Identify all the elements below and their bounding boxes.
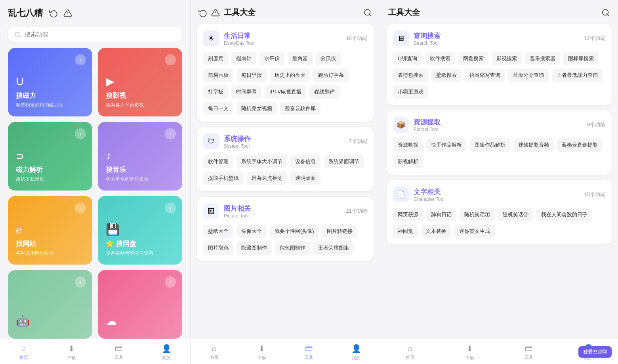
tag-ruan-jian-guan-li[interactable]: 软件管理: [203, 155, 233, 168]
tag-shi-jian-ping-mu[interactable]: 时间屏幕: [231, 85, 261, 99]
search-input[interactable]: [25, 31, 176, 38]
mid-nav-home[interactable]: ⌂ 首页: [191, 342, 238, 362]
tag-ping-mu-huai-dian[interactable]: 屏幕坏点检测: [247, 172, 287, 185]
tag-da-zi-ban[interactable]: 打字板: [203, 85, 228, 99]
right-section-icon-2: 📦: [393, 117, 409, 133]
card-souc-ci-li[interactable]: › U 搜磁力 精选稳定好用的磁力站: [8, 48, 92, 116]
right-section-header-3: 📄 文字相关 Character Tool 15个功能: [393, 187, 605, 202]
right-section-count-3: 15个功能: [584, 191, 605, 198]
tag-mi-ni-ying-wen-sheng-cheng[interactable]: 迷你英文生成: [454, 225, 495, 238]
tag-wang-zhe-tu-ji[interactable]: 王者荣耀图集: [313, 241, 354, 255]
right-nav-download[interactable]: ⬇ 下载: [440, 342, 499, 362]
tag-chun-se-tu[interactable]: 纯色图制作: [275, 241, 310, 255]
tag-zi-yuan-xiu-tan[interactable]: 资源嗅探: [393, 138, 423, 152]
mid-nav-tools[interactable]: 🗃 工具: [285, 342, 333, 362]
tag-ying-shi-jie-xi[interactable]: 影视解析: [393, 155, 423, 168]
tag-zai-xian-fan-yi[interactable]: 在线翻译: [309, 85, 340, 99]
tag-zi-ti-da-xiao[interactable]: 系统字体大小调节: [237, 155, 287, 168]
tag-tu-ji-jie-xi[interactable]: 图集作品解析: [470, 138, 510, 152]
card-ci-li-jie-xi[interactable]: › ⊃ 磁力解析 超快下载速度: [8, 122, 92, 191]
tag-mei-ri-zao-bao[interactable]: 每日早报: [237, 69, 267, 82]
card-sou-wang-pan[interactable]: › 💾 🌟 搜网盘 搜索各种考研学习资料: [98, 196, 182, 265]
mid-search-icon[interactable]: [363, 8, 372, 17]
right-download-icon: ⬇: [466, 344, 473, 353]
tag-lan-zou-ruan-jian-ku[interactable]: 蓝奏云软件库: [280, 102, 320, 115]
section-icon-3: 🖼: [203, 203, 219, 219]
card-title-4: 搜音乐: [106, 165, 174, 174]
right-nav-home[interactable]: ⌂ 首页: [380, 342, 440, 362]
mid-warning-icon[interactable]: [211, 8, 220, 17]
tag-pin-yin-suo-xie[interactable]: 拼音缩写查询: [465, 69, 505, 82]
mid-mine-icon: 👤: [351, 344, 361, 353]
left-nav-download[interactable]: ⬇ 下载: [48, 342, 95, 362]
tag-mei-ri-yi-wen[interactable]: 每日一文: [203, 102, 233, 115]
mid-nav-download[interactable]: ⬇ 下载: [238, 342, 286, 362]
tag-li-shi[interactable]: 历史上的今天: [270, 69, 310, 82]
tag-fen-bei-yi[interactable]: 分贝仪: [316, 52, 341, 65]
tag-liang-jiao-qi[interactable]: 量角器: [288, 52, 313, 65]
tag-iptv[interactable]: IPTV电视直播: [265, 85, 306, 99]
tag-ti-qu-bi-zhi[interactable]: 提取手机壁纸: [203, 172, 244, 185]
tag-tu-pian-zhuan-lian-jie[interactable]: 图片转链接: [322, 225, 357, 238]
tag-kuai-shou-jie-xi[interactable]: 快手作品解析: [426, 138, 467, 152]
tag-bi-zhi-sou-suo[interactable]: 壁纸搜索: [431, 69, 462, 82]
tag-zhi-nan-zhen[interactable]: 指南针: [231, 52, 256, 65]
section-subtitle-2: System Tool: [224, 143, 349, 149]
tag-tou-ming-zhuo-mian[interactable]: 透明桌面: [290, 172, 320, 185]
card-subtitle-4: 各大平台的音乐集合: [106, 176, 174, 183]
warning-icon[interactable]: [63, 9, 72, 17]
tag-tu-biao-ku-sou-suo[interactable]: 图标库搜索: [563, 52, 599, 65]
tag-sui-ji-xiao-hua-2[interactable]: 随机笑话②: [498, 208, 533, 221]
tag-wang-zhe-zhan-li[interactable]: 王者最低战力查询: [552, 69, 603, 82]
card-8[interactable]: › ☁: [98, 270, 182, 339]
left-nav-tools[interactable]: 🗃 工具: [95, 342, 143, 362]
tag-lan-zou-zhi-lian[interactable]: 蓝奏云直链提取: [557, 138, 603, 152]
tag-wen-ben-ti-huan[interactable]: 文本替换: [421, 225, 451, 238]
card-icon-8: ☁: [106, 314, 174, 328]
tag-shen-hui-fu[interactable]: 神回复: [393, 225, 418, 238]
tag-yin-cang-tu[interactable]: 隐藏图制作: [237, 241, 272, 255]
tag-ruan-jian-sou-suo[interactable]: 软件搜索: [425, 52, 455, 65]
mid-refresh-icon[interactable]: [198, 8, 207, 17]
tag-q-bang[interactable]: Q绑查询: [393, 52, 422, 65]
tag-tou-xiang-da-quan[interactable]: 头像大全: [237, 225, 267, 238]
search-bar[interactable]: [8, 27, 182, 42]
tag-ge-xing-wang[interactable]: 我要个性网(头像): [270, 225, 319, 238]
mid-nav-home-label: 首页: [210, 354, 219, 360]
tag-tian-gou-ri-ji[interactable]: 舔狗日记: [426, 208, 456, 221]
tag-la-ji-fen-lei[interactable]: 垃圾分类查询: [508, 69, 549, 82]
card-sou-ying-shi[interactable]: › ▶ 搜影视 搜索各大平台影视: [98, 48, 182, 116]
tag-tu-pian-qu-se[interactable]: 图片取色: [203, 241, 233, 255]
tag-ke-du-chi[interactable]: 刻度尺: [203, 52, 228, 65]
tag-yin-yue-sou-suo-qi[interactable]: 音乐搜索器: [525, 52, 560, 65]
right-search-icon[interactable]: [601, 8, 610, 17]
left-nav-mine[interactable]: 👤 我的: [143, 342, 190, 362]
right-section-text: 📄 文字相关 Character Tool 15个功能 网页获源 舔狗日记 随机…: [387, 180, 612, 244]
tag-xiao-ba-wang-you-xi[interactable]: 小霸王游戏: [393, 85, 428, 99]
tag-ren-jian-cou-shu[interactable]: 我在人间凑数的日子: [536, 208, 592, 221]
tag-shi-pin-ti-qu-yin-pin[interactable]: 视频提取音频: [513, 138, 554, 152]
card-7[interactable]: › 🤖: [8, 270, 92, 339]
tag-bi-zhi-da-quan[interactable]: 壁纸大全: [203, 225, 233, 238]
right-header: 工具大全: [380, 0, 618, 22]
tag-wang-ye-huo-yuan[interactable]: 网页获源: [393, 208, 423, 221]
tag-xi-tong-jie-mian[interactable]: 系统界面调节: [324, 155, 364, 168]
section-title-1: 生活日常: [224, 31, 346, 40]
mid-nav-mine[interactable]: 👤 我的: [333, 342, 380, 362]
card-zhao-wang-zhan[interactable]: › ℯ 找网站 各种实用网站集合: [8, 196, 92, 265]
right-title: 工具大全: [388, 7, 420, 18]
refresh-icon[interactable]: [49, 9, 58, 17]
tag-sui-ji-xiao-hua-1[interactable]: 随机笑话①: [460, 208, 495, 221]
svg-point-8: [603, 9, 608, 15]
right-nav-tools[interactable]: 🗃 工具: [499, 342, 559, 362]
tag-biao-qing-bao-sou-suo[interactable]: 表情包搜索: [393, 69, 428, 82]
tag-sui-ji-mei-nv[interactable]: 随机美女视频: [237, 102, 277, 115]
tag-ying-shi-sou-suo[interactable]: 影视搜索: [492, 52, 522, 65]
tag-shui-ping-yi[interactable]: 水平仪: [259, 52, 284, 65]
tag-wang-pan-sou-suo[interactable]: 网盘搜索: [458, 52, 488, 65]
tag-pao-ma-deng[interactable]: 跑马灯字幕: [313, 69, 349, 82]
left-nav-home[interactable]: ⌂ 首页: [0, 342, 48, 362]
card-sou-yin-yue[interactable]: › ♪ 搜音乐 各大平台的音乐集合: [98, 122, 182, 191]
tag-she-bei-xin-xi[interactable]: 设备信息: [290, 155, 320, 168]
tag-jian-yi-hua-ban[interactable]: 简易画板: [203, 69, 233, 82]
